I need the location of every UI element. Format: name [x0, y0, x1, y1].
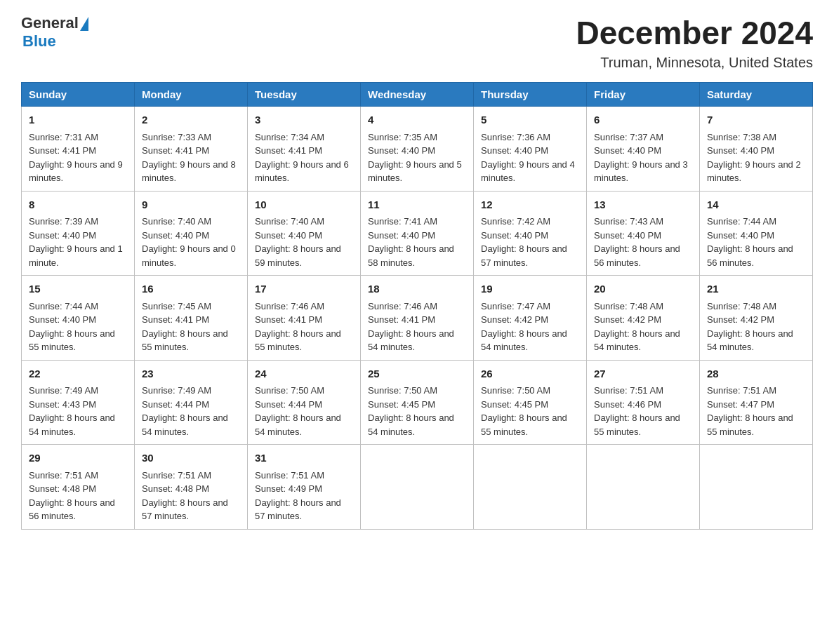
table-row: 29 Sunrise: 7:51 AM Sunset: 4:48 PM Dayl… — [22, 445, 135, 530]
day-number: 7 — [707, 112, 805, 128]
day-number: 17 — [255, 281, 353, 297]
table-row: 17 Sunrise: 7:46 AM Sunset: 4:41 PM Dayl… — [248, 276, 361, 361]
calendar-title: December 2024 — [576, 14, 813, 52]
sunset-label: Sunset: 4:41 PM — [142, 145, 209, 156]
daylight-label: Daylight: 9 hours and 3 minutes. — [594, 159, 688, 184]
sunrise-label: Sunrise: 7:48 AM — [707, 301, 776, 311]
daylight-label: Daylight: 8 hours and 55 minutes. — [481, 412, 567, 437]
sunset-label: Sunset: 4:41 PM — [368, 314, 435, 325]
table-row: 21 Sunrise: 7:48 AM Sunset: 4:42 PM Dayl… — [700, 276, 813, 361]
day-number: 12 — [481, 197, 579, 213]
week-row-5: 29 Sunrise: 7:51 AM Sunset: 4:48 PM Dayl… — [22, 445, 813, 530]
daylight-label: Daylight: 9 hours and 4 minutes. — [481, 159, 575, 184]
daylight-label: Daylight: 8 hours and 55 minutes. — [255, 328, 341, 353]
week-row-1: 1 Sunrise: 7:31 AM Sunset: 4:41 PM Dayli… — [22, 107, 813, 192]
sunset-label: Sunset: 4:40 PM — [368, 230, 435, 241]
table-row: 6 Sunrise: 7:37 AM Sunset: 4:40 PM Dayli… — [587, 107, 700, 192]
sunset-label: Sunset: 4:41 PM — [29, 145, 96, 156]
title-block: December 2024 Truman, Minnesota, United … — [576, 14, 813, 71]
sunset-label: Sunset: 4:48 PM — [142, 483, 209, 494]
daylight-label: Daylight: 8 hours and 54 minutes. — [255, 412, 341, 437]
sunset-label: Sunset: 4:49 PM — [255, 483, 322, 494]
table-row: 13 Sunrise: 7:43 AM Sunset: 4:40 PM Dayl… — [587, 191, 700, 276]
sunset-label: Sunset: 4:42 PM — [707, 314, 774, 325]
sunset-label: Sunset: 4:41 PM — [255, 145, 322, 156]
daylight-label: Daylight: 8 hours and 54 minutes. — [142, 412, 228, 437]
col-sunday: Sunday — [22, 83, 135, 107]
day-number: 9 — [142, 197, 240, 213]
logo-blue-text: Blue — [22, 32, 56, 50]
sunrise-label: Sunrise: 7:45 AM — [142, 301, 211, 311]
day-number: 19 — [481, 281, 579, 297]
table-row: 4 Sunrise: 7:35 AM Sunset: 4:40 PM Dayli… — [361, 107, 474, 192]
page-header: General Blue December 2024 Truman, Minne… — [21, 14, 813, 71]
daylight-label: Daylight: 8 hours and 54 minutes. — [29, 412, 115, 437]
sunset-label: Sunset: 4:44 PM — [255, 399, 322, 410]
table-row: 31 Sunrise: 7:51 AM Sunset: 4:49 PM Dayl… — [248, 445, 361, 530]
calendar-header-row: Sunday Monday Tuesday Wednesday Thursday… — [22, 83, 813, 107]
daylight-label: Daylight: 8 hours and 54 minutes. — [368, 412, 454, 437]
week-row-3: 15 Sunrise: 7:44 AM Sunset: 4:40 PM Dayl… — [22, 276, 813, 361]
day-number: 6 — [594, 112, 692, 128]
day-number: 5 — [481, 112, 579, 128]
sunrise-label: Sunrise: 7:41 AM — [368, 216, 437, 227]
daylight-label: Daylight: 9 hours and 6 minutes. — [255, 159, 349, 184]
sunrise-label: Sunrise: 7:51 AM — [142, 470, 211, 481]
table-row: 14 Sunrise: 7:44 AM Sunset: 4:40 PM Dayl… — [700, 191, 813, 276]
col-monday: Monday — [135, 83, 248, 107]
table-row: 25 Sunrise: 7:50 AM Sunset: 4:45 PM Dayl… — [361, 360, 474, 445]
sunrise-label: Sunrise: 7:40 AM — [142, 216, 211, 227]
table-row: 30 Sunrise: 7:51 AM Sunset: 4:48 PM Dayl… — [135, 445, 248, 530]
day-number: 29 — [29, 450, 127, 467]
table-row — [700, 445, 813, 530]
table-row — [474, 445, 587, 530]
table-row: 9 Sunrise: 7:40 AM Sunset: 4:40 PM Dayli… — [135, 191, 248, 276]
sunrise-label: Sunrise: 7:51 AM — [707, 385, 776, 396]
sunrise-label: Sunrise: 7:43 AM — [594, 216, 663, 227]
day-number: 11 — [368, 197, 466, 213]
day-number: 31 — [255, 450, 353, 467]
sunrise-label: Sunrise: 7:33 AM — [142, 132, 211, 142]
sunrise-label: Sunrise: 7:51 AM — [255, 470, 324, 481]
table-row: 26 Sunrise: 7:50 AM Sunset: 4:45 PM Dayl… — [474, 360, 587, 445]
sunrise-label: Sunrise: 7:44 AM — [707, 216, 776, 227]
sunset-label: Sunset: 4:40 PM — [368, 145, 435, 156]
daylight-label: Daylight: 8 hours and 55 minutes. — [142, 328, 228, 353]
col-wednesday: Wednesday — [361, 83, 474, 107]
table-row: 1 Sunrise: 7:31 AM Sunset: 4:41 PM Dayli… — [22, 107, 135, 192]
sunset-label: Sunset: 4:44 PM — [142, 399, 209, 410]
daylight-label: Daylight: 8 hours and 54 minutes. — [481, 328, 567, 353]
sunrise-label: Sunrise: 7:34 AM — [255, 132, 324, 142]
sunset-label: Sunset: 4:47 PM — [707, 399, 774, 410]
day-number: 22 — [29, 366, 127, 382]
table-row: 11 Sunrise: 7:41 AM Sunset: 4:40 PM Dayl… — [361, 191, 474, 276]
table-row: 5 Sunrise: 7:36 AM Sunset: 4:40 PM Dayli… — [474, 107, 587, 192]
sunset-label: Sunset: 4:41 PM — [255, 314, 322, 325]
sunrise-label: Sunrise: 7:46 AM — [368, 301, 437, 311]
day-number: 8 — [29, 197, 127, 213]
table-row — [361, 445, 474, 530]
daylight-label: Daylight: 9 hours and 9 minutes. — [29, 159, 123, 184]
sunrise-label: Sunrise: 7:40 AM — [255, 216, 324, 227]
daylight-label: Daylight: 8 hours and 54 minutes. — [368, 328, 454, 353]
sunset-label: Sunset: 4:41 PM — [142, 314, 209, 325]
day-number: 26 — [481, 366, 579, 382]
table-row: 2 Sunrise: 7:33 AM Sunset: 4:41 PM Dayli… — [135, 107, 248, 192]
table-row: 19 Sunrise: 7:47 AM Sunset: 4:42 PM Dayl… — [474, 276, 587, 361]
sunset-label: Sunset: 4:40 PM — [142, 230, 209, 241]
sunrise-label: Sunrise: 7:44 AM — [29, 301, 98, 311]
day-number: 25 — [368, 366, 466, 382]
day-number: 3 — [255, 112, 353, 128]
day-number: 15 — [29, 281, 127, 297]
sunrise-label: Sunrise: 7:36 AM — [481, 132, 550, 142]
table-row: 16 Sunrise: 7:45 AM Sunset: 4:41 PM Dayl… — [135, 276, 248, 361]
table-row: 8 Sunrise: 7:39 AM Sunset: 4:40 PM Dayli… — [22, 191, 135, 276]
daylight-label: Daylight: 9 hours and 2 minutes. — [707, 159, 801, 184]
sunset-label: Sunset: 4:42 PM — [481, 314, 548, 325]
daylight-label: Daylight: 8 hours and 56 minutes. — [594, 243, 680, 268]
daylight-label: Daylight: 8 hours and 57 minutes. — [481, 243, 567, 268]
sunset-label: Sunset: 4:42 PM — [594, 314, 661, 325]
sunrise-label: Sunrise: 7:51 AM — [594, 385, 663, 396]
day-number: 23 — [142, 366, 240, 382]
sunset-label: Sunset: 4:40 PM — [707, 145, 774, 156]
